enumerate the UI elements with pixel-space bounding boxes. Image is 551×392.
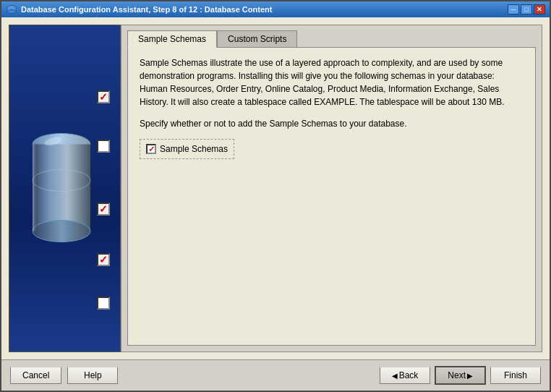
window-body: Sample Schemas Custom Scripts Sample Sch… — [1, 17, 550, 359]
bottom-left-buttons: Cancel Help — [10, 367, 118, 384]
tab-sample-schemas[interactable]: Sample Schemas — [127, 30, 217, 48]
main-window: Database Configuration Assistant, Step 8… — [0, 0, 551, 392]
panel-checkbox-3 — [97, 203, 110, 216]
svg-rect-6 — [33, 144, 90, 231]
bottom-bar: Cancel Help ◀ Back Next ▶ Finish — [1, 359, 550, 391]
prompt-text: Specify whether or not to add the Sample… — [140, 117, 524, 130]
svg-rect-9 — [33, 144, 38, 231]
titlebar-title: Database Configuration Assistant, Step 8… — [21, 5, 508, 14]
sample-schemas-label: Sample Schemas — [160, 142, 228, 155]
tab-content-sample-schemas: Sample Schemas illustrate the use of a l… — [127, 47, 536, 346]
sample-schemas-checkbox-group: Sample Schemas — [140, 139, 234, 159]
description-text: Sample Schemas illustrate the use of a l… — [140, 56, 524, 108]
svg-point-7 — [33, 220, 90, 242]
titlebar-icon — [6, 4, 17, 15]
panel-checkbox-5 — [97, 297, 110, 310]
bottom-right-buttons: ◀ Back Next ▶ Finish — [380, 366, 541, 385]
maximize-button[interactable]: □ — [521, 4, 532, 14]
help-button[interactable]: Help — [67, 367, 118, 384]
tab-custom-scripts[interactable]: Custom Scripts — [217, 30, 297, 48]
titlebar: Database Configuration Assistant, Step 8… — [1, 1, 550, 17]
minimize-button[interactable]: ─ — [508, 4, 519, 14]
panel-checkbox-2 — [97, 140, 110, 153]
cancel-button[interactable]: Cancel — [10, 367, 61, 384]
panel-checkbox-4 — [97, 253, 110, 266]
back-arrow-icon: ◀ — [392, 372, 398, 380]
tab-bar: Sample Schemas Custom Scripts — [121, 25, 542, 47]
database-image — [25, 115, 98, 262]
titlebar-controls: ─ □ ✕ — [508, 4, 545, 14]
next-arrow-icon: ▶ — [467, 372, 473, 380]
close-button[interactable]: ✕ — [534, 4, 545, 14]
finish-button[interactable]: Finish — [490, 367, 541, 384]
panel-checkbox-1 — [97, 90, 110, 103]
next-button[interactable]: Next ▶ — [435, 366, 486, 385]
back-button[interactable]: ◀ Back — [380, 367, 431, 384]
right-panel: Sample Schemas Custom Scripts Sample Sch… — [121, 25, 542, 352]
svg-point-2 — [7, 10, 16, 14]
sample-schemas-checkbox[interactable] — [146, 144, 156, 154]
left-panel — [9, 25, 121, 352]
